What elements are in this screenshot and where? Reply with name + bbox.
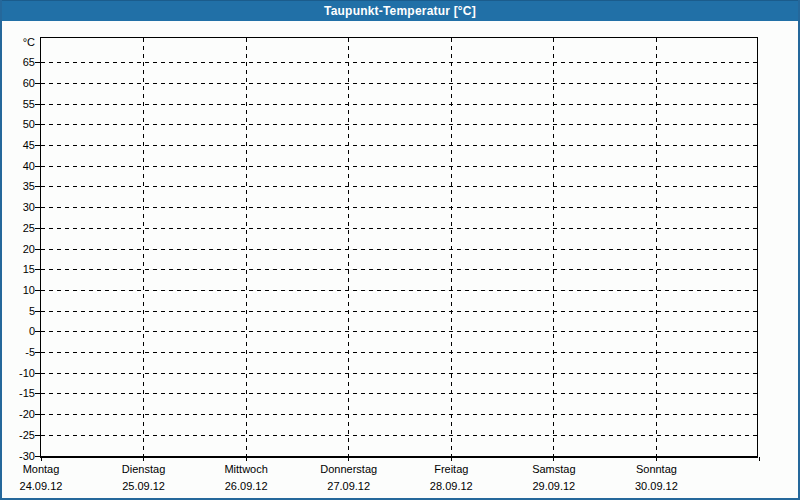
y-gridline <box>41 249 757 250</box>
y-tick-label: -30 <box>1 450 35 463</box>
x-axis-tick <box>553 457 554 461</box>
y-axis-unit-label: °C <box>1 36 35 49</box>
x-day-label: Samstag29.09.12 <box>499 462 609 493</box>
y-tick-label: 45 <box>1 139 35 152</box>
y-gridline <box>41 290 757 291</box>
y-axis-tick <box>35 228 40 229</box>
x-day-label: Freitag28.09.12 <box>396 462 506 493</box>
y-axis-tick <box>35 435 40 436</box>
y-tick-label: 25 <box>1 222 35 235</box>
x-day-name: Mittwoch <box>191 462 301 476</box>
y-axis-tick <box>35 186 40 187</box>
y-axis-tick <box>35 207 40 208</box>
y-gridline <box>41 393 757 394</box>
x-axis-tick <box>451 457 452 461</box>
titlebar[interactable]: Taupunkt-Temperatur [°C] <box>2 0 798 21</box>
y-axis-tick <box>35 145 40 146</box>
app-window: Taupunkt-Temperatur [°C] °C 656055504540… <box>0 0 800 500</box>
x-axis-tick <box>41 457 42 461</box>
y-tick-label: -25 <box>1 429 35 442</box>
x-day-date: 29.09.12 <box>499 479 609 493</box>
x-day-name: Montag <box>0 462 96 476</box>
y-axis-tick <box>35 166 40 167</box>
y-gridline <box>41 166 757 167</box>
y-axis-tick <box>35 352 40 353</box>
y-gridline <box>41 269 757 270</box>
x-day-label: Dienstag25.09.12 <box>89 462 199 493</box>
y-axis-tick <box>35 393 40 394</box>
y-tick-label: 35 <box>1 180 35 193</box>
x-day-name: Dienstag <box>89 462 199 476</box>
y-axis-tick <box>35 83 40 84</box>
y-gridline <box>41 145 757 146</box>
x-axis-tick <box>143 457 144 461</box>
y-gridline <box>41 83 757 84</box>
x-gridline <box>348 38 349 456</box>
y-axis-tick <box>35 249 40 250</box>
y-axis-tick <box>35 62 40 63</box>
x-gridline <box>143 38 144 456</box>
x-day-date: 24.09.12 <box>0 479 96 493</box>
y-tick-label: 40 <box>1 160 35 173</box>
y-axis-tick <box>35 311 40 312</box>
x-day-name: Donnerstag <box>294 462 404 476</box>
x-axis-tick <box>759 457 760 461</box>
x-day-date: 27.09.12 <box>294 479 404 493</box>
y-gridline <box>41 331 757 332</box>
x-day-name: Freitag <box>396 462 506 476</box>
y-axis-tick <box>35 269 40 270</box>
y-axis-tick <box>35 124 40 125</box>
plot-area: °C 65605550454035302520151050-5-10-15-20… <box>40 37 758 458</box>
y-tick-label: 20 <box>1 243 35 256</box>
chart-container: °C 65605550454035302520151050-5-10-15-20… <box>2 21 798 498</box>
y-gridline <box>41 228 757 229</box>
y-gridline <box>41 352 757 353</box>
x-gridline <box>246 38 247 456</box>
x-axis-tick <box>656 457 657 461</box>
x-day-date: 26.09.12 <box>191 479 301 493</box>
y-axis-tick <box>35 373 40 374</box>
x-day-date: 30.09.12 <box>601 479 711 493</box>
x-gridline <box>553 38 554 456</box>
y-tick-label: -20 <box>1 408 35 421</box>
x-day-date: 25.09.12 <box>89 479 199 493</box>
y-gridline <box>41 311 757 312</box>
y-gridline <box>41 186 757 187</box>
y-tick-label: 10 <box>1 284 35 297</box>
y-tick-label: 30 <box>1 201 35 214</box>
y-axis-tick <box>35 456 40 457</box>
x-day-label: Sonntag30.09.12 <box>601 462 711 493</box>
y-axis-tick <box>35 331 40 332</box>
x-gridline <box>451 38 452 456</box>
y-tick-label: -10 <box>1 367 35 380</box>
y-tick-label: 60 <box>1 77 35 90</box>
y-tick-label: 50 <box>1 118 35 131</box>
y-gridline <box>41 104 757 105</box>
x-axis-tick <box>246 457 247 461</box>
y-gridline <box>41 373 757 374</box>
x-axis-tick <box>348 457 349 461</box>
y-tick-label: -5 <box>1 346 35 359</box>
x-day-date: 28.09.12 <box>396 479 506 493</box>
x-gridline <box>656 38 657 456</box>
y-gridline <box>41 62 757 63</box>
y-gridline <box>41 435 757 436</box>
window-title: Taupunkt-Temperatur [°C] <box>324 4 476 18</box>
y-gridline <box>41 207 757 208</box>
y-axis-tick <box>35 104 40 105</box>
y-axis-tick <box>35 414 40 415</box>
x-day-name: Sonntag <box>601 462 711 476</box>
y-tick-label: 0 <box>1 325 35 338</box>
x-day-label: Montag24.09.12 <box>0 462 96 493</box>
y-tick-label: 55 <box>1 98 35 111</box>
y-tick-label: 65 <box>1 56 35 69</box>
y-gridline <box>41 414 757 415</box>
x-day-label: Mittwoch26.09.12 <box>191 462 301 493</box>
y-tick-label: 5 <box>1 305 35 318</box>
y-gridline <box>41 124 757 125</box>
y-tick-label: 15 <box>1 263 35 276</box>
x-day-label: Donnerstag27.09.12 <box>294 462 404 493</box>
y-axis-tick <box>35 290 40 291</box>
y-tick-label: -15 <box>1 387 35 400</box>
x-day-name: Samstag <box>499 462 609 476</box>
